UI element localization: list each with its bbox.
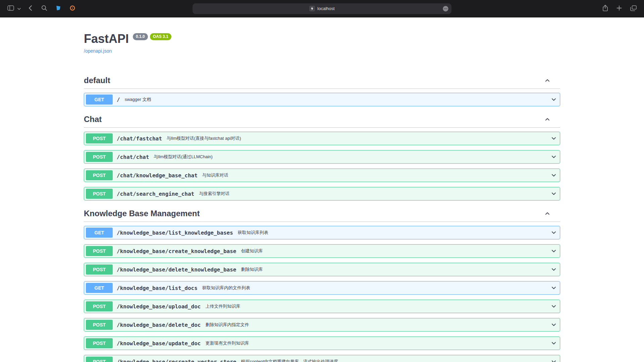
search-icon	[41, 5, 47, 12]
collapse-section-icon[interactable]	[544, 77, 551, 84]
sections: defaultGET/swagger 文档ChatPOST/chat/fastc…	[84, 72, 560, 362]
expand-operation-icon[interactable]	[550, 266, 557, 273]
search-button[interactable]	[39, 4, 50, 13]
address-bar[interactable]: localhost	[193, 3, 451, 14]
toolbar-right	[600, 4, 639, 13]
tabs-overview-icon	[630, 5, 637, 12]
expand-operation-icon[interactable]	[550, 358, 557, 362]
share-icon	[602, 5, 608, 12]
extension-button-1[interactable]	[53, 4, 64, 13]
swagger-page: FastAPI 0.1.0 OAS 3.1 /openapi.json defa…	[0, 17, 644, 362]
new-tab-button[interactable]	[614, 4, 625, 13]
extension-orange-icon	[69, 5, 75, 12]
expand-operation-icon[interactable]	[550, 321, 557, 328]
operation-path: /knowledge_base/upload_doc	[117, 303, 201, 310]
api-info: FastAPI 0.1.0 OAS 3.1 /openapi.json	[84, 17, 560, 54]
sidebar-toggle-icon	[7, 5, 14, 12]
method-badge: POST	[86, 170, 113, 180]
method-badge: GET	[86, 95, 113, 105]
operation-row[interactable]: GET/swagger 文档	[84, 93, 560, 106]
operation-description: swagger 文档	[125, 97, 550, 103]
operation-row[interactable]: GET/knowledge_base/list_knowledge_bases获…	[84, 226, 560, 239]
expand-operation-icon[interactable]	[550, 285, 557, 291]
section-header[interactable]: Chat	[84, 111, 560, 128]
expand-operation-icon[interactable]	[550, 172, 557, 179]
operation-row[interactable]: POST/knowledge_base/create_knowledge_bas…	[84, 244, 560, 258]
tab-group-dropdown-button[interactable]	[17, 4, 21, 13]
api-title: FastAPI	[84, 32, 129, 46]
operation-path: /chat/fastchat	[117, 135, 162, 142]
operation-path: /knowledge_base/delete_doc	[117, 322, 201, 328]
collapse-section-icon[interactable]	[544, 210, 551, 217]
operation-path: /knowledge_base/delete_knowledge_base	[117, 266, 236, 273]
operation-description: 删除知识库	[241, 266, 550, 273]
method-badge: POST	[86, 338, 113, 348]
operation-path: /	[117, 97, 120, 103]
operation-path: /knowledge_base/update_doc	[117, 340, 201, 347]
collapse-section-icon[interactable]	[544, 116, 551, 123]
expand-operation-icon[interactable]	[550, 190, 557, 197]
operation-description: 根据content中文档重建向量库，流式输出处理进度。	[241, 359, 550, 362]
operation-row[interactable]: POST/chat/fastchat与llm模型对话(直接与fastchat a…	[84, 132, 560, 145]
method-badge: POST	[86, 357, 113, 362]
operation-description: 删除知识库内指定文件	[205, 322, 550, 328]
operation-row[interactable]: POST/chat/search_engine_chat与搜索引擎对话	[84, 187, 560, 200]
operation-description: 获取知识库内的文件列表	[202, 285, 550, 291]
operation-path: /knowledge_base/list_knowledge_bases	[117, 230, 233, 236]
api-title-row: FastAPI 0.1.0 OAS 3.1	[84, 32, 560, 46]
operation-path: /knowledge_base/list_docs	[117, 285, 198, 291]
expand-operation-icon[interactable]	[550, 303, 557, 310]
expand-operation-icon[interactable]	[550, 154, 557, 160]
section-title: Chat	[84, 115, 544, 124]
method-badge: POST	[86, 264, 113, 275]
extension-blue-icon	[55, 5, 61, 12]
operation-description: 与llm模型对话(直接与fastchat api对话)	[167, 135, 550, 141]
operation-row[interactable]: POST/knowledge_base/delete_doc删除知识库内指定文件	[84, 318, 560, 331]
operation-row[interactable]: POST/knowledge_base/update_doc更新现有文件到知识库	[84, 337, 560, 350]
browser-toolbar: localhost	[0, 0, 644, 17]
openapi-spec-link[interactable]: /openapi.json	[84, 48, 112, 54]
operation-row[interactable]: POST/knowledge_base/upload_doc上传文件到知识库	[84, 300, 560, 313]
section-title: default	[84, 76, 544, 85]
section-header[interactable]: default	[84, 72, 560, 89]
method-badge: POST	[86, 301, 113, 311]
operation-row[interactable]: POST/knowledge_base/recreate_vector_stor…	[84, 355, 560, 362]
operation-path: /chat/search_engine_chat	[117, 191, 194, 197]
operation-path: /chat/knowledge_base_chat	[117, 172, 198, 179]
expand-operation-icon[interactable]	[550, 96, 557, 103]
operation-row[interactable]: POST/knowledge_base/delete_knowledge_bas…	[84, 263, 560, 276]
operation-row[interactable]: GET/knowledge_base/list_docs获取知识库内的文件列表	[84, 281, 560, 295]
oas-badge: OAS 3.1	[150, 33, 171, 40]
operation-description: 更新现有文件到知识库	[205, 340, 550, 346]
site-favicon-icon	[309, 6, 315, 11]
expand-operation-icon[interactable]	[550, 229, 557, 236]
api-tag-section: ChatPOST/chat/fastchat与llm模型对话(直接与fastch…	[84, 111, 560, 200]
operation-description: 与llm模型对话(通过LLMChain)	[154, 154, 550, 160]
operation-description: 与知识库对话	[202, 172, 550, 178]
operation-path: /chat/chat	[117, 154, 149, 160]
address-url: localhost	[317, 6, 334, 11]
tabs-overview-button[interactable]	[628, 4, 639, 13]
toolbar-left	[5, 4, 78, 13]
sidebar-toggle-button[interactable]	[5, 4, 16, 13]
operation-row[interactable]: POST/chat/chat与llm模型对话(通过LLMChain)	[84, 150, 560, 164]
expand-operation-icon[interactable]	[550, 135, 557, 142]
operation-path: /knowledge_base/recreate_vector_store	[117, 359, 236, 362]
method-badge: GET	[86, 228, 113, 238]
method-badge: POST	[86, 133, 113, 143]
section-header[interactable]: Knowledge Base Management	[84, 205, 560, 222]
expand-operation-icon[interactable]	[550, 248, 557, 254]
version-badge: 0.1.0	[133, 33, 148, 40]
method-badge: POST	[86, 246, 113, 256]
expand-operation-icon[interactable]	[550, 340, 557, 347]
operation-description: 与搜索引擎对话	[199, 191, 550, 197]
api-tag-section: Knowledge Base ManagementGET/knowledge_b…	[84, 205, 560, 362]
title-badges: 0.1.0 OAS 3.1	[133, 33, 171, 40]
share-button[interactable]	[600, 4, 610, 13]
page-menu-icon[interactable]	[442, 5, 449, 12]
operation-row[interactable]: POST/chat/knowledge_base_chat与知识库对话	[84, 169, 560, 182]
extension-button-2[interactable]	[67, 4, 78, 13]
chevron-down-icon	[17, 6, 21, 11]
back-button[interactable]	[25, 4, 36, 13]
method-badge: POST	[86, 152, 113, 162]
